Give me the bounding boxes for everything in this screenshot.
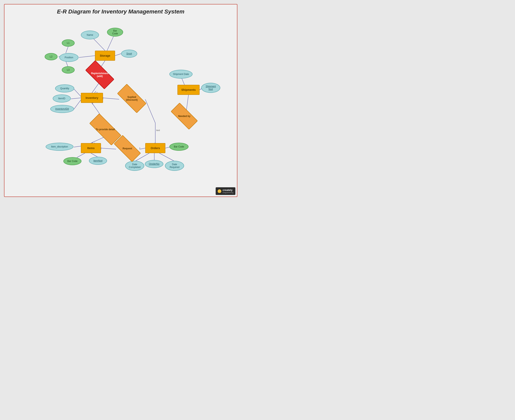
attr-orderno: OrederNo xyxy=(145,160,163,168)
attr-name: Name xyxy=(81,30,99,39)
entity-items[interactable]: Items xyxy=(81,143,101,153)
attr-position: Position xyxy=(59,53,78,62)
svg-line-3 xyxy=(79,56,95,58)
svg-line-18 xyxy=(91,153,98,157)
attr-barcode-storage: BarCode xyxy=(107,28,123,37)
rel-needed-by: Needed by xyxy=(171,110,197,122)
svg-line-12 xyxy=(103,98,119,99)
svg-line-16 xyxy=(74,146,81,147)
svg-text:text: text xyxy=(156,129,160,131)
svg-line-19 xyxy=(101,148,116,149)
svg-line-10 xyxy=(71,98,81,99)
attr-barcode-orders: Bar Code xyxy=(169,143,189,151)
rel-request: Request xyxy=(115,142,140,155)
rel-supplied: Suplied(discount) xyxy=(118,92,146,105)
attr-date-required: DateRequired xyxy=(165,161,184,171)
attr-date-completed: DateCompleted xyxy=(125,161,144,171)
svg-line-24 xyxy=(165,147,169,148)
entity-orders[interactable]: Orders xyxy=(145,143,165,153)
rel-to-provide: To provide detail xyxy=(90,122,121,136)
attr-l2: L2 xyxy=(45,53,58,60)
attr-itemno: ItemNo# xyxy=(89,157,107,165)
svg-line-32 xyxy=(95,91,96,93)
attr-shipment-date: Shipment Date xyxy=(169,70,192,79)
entity-shipments[interactable]: Shipments xyxy=(177,85,200,95)
watermark: creately Diagramming xyxy=(216,187,235,195)
svg-line-9 xyxy=(74,89,81,97)
svg-line-20 xyxy=(140,148,145,149)
svg-line-2 xyxy=(115,54,121,56)
attr-barcode-items: Bar Code xyxy=(63,157,81,165)
attr-l1: L1 xyxy=(62,39,75,47)
attr-inventoryid: InventoryID# xyxy=(50,105,74,113)
rel-replenishment: Replenishment(add) xyxy=(86,68,113,82)
watermark-logo xyxy=(218,189,221,193)
attr-itemid: ItemID xyxy=(53,94,71,103)
attr-item-desc: Item_discription xyxy=(46,143,73,151)
diagram-canvas: E-R Diagram for Inventory Management Sys… xyxy=(4,4,237,197)
svg-line-13 xyxy=(145,99,155,123)
attr-quantity: Quantity xyxy=(55,84,74,92)
svg-line-23 xyxy=(159,153,174,161)
svg-line-11 xyxy=(74,100,81,109)
diagram-title: E-R Diagram for Inventory Management Sys… xyxy=(4,4,237,17)
entity-inventory[interactable]: Inventory xyxy=(81,93,103,103)
attr-sno: Sno# xyxy=(121,50,137,58)
attr-shipment-no: ShipmentNo# xyxy=(201,83,220,93)
svg-line-17 xyxy=(77,153,85,158)
attr-l3: L3 xyxy=(62,66,75,74)
entity-storage[interactable]: Storage xyxy=(95,51,115,61)
